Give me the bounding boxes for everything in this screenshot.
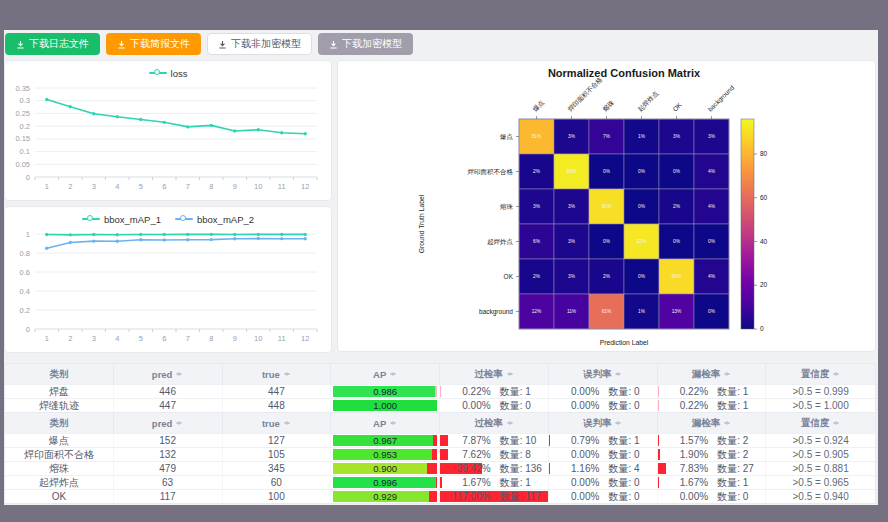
column-header-conf[interactable]: 置信度 — [766, 413, 875, 433]
svg-text:0%: 0% — [708, 239, 716, 244]
over-rate-count: 数量: 8 — [491, 448, 543, 461]
svg-text:5: 5 — [139, 182, 143, 191]
column-header-label: 误判率 — [583, 368, 612, 381]
legend-item-bbox_mAP_2[interactable]: bbox_mAP_2 — [175, 214, 254, 225]
sort-icon[interactable] — [506, 369, 514, 379]
cell-pred: 152 — [114, 434, 223, 447]
miss-rate-value: 1.57% — [663, 435, 708, 446]
cell-confidence: >0.5 = 0.965 — [766, 476, 875, 489]
download-plain-model-button[interactable]: 下载非加密模型 — [207, 33, 312, 55]
legend-label: bbox_mAP_2 — [197, 214, 254, 225]
svg-text:2%: 2% — [673, 204, 681, 209]
ap-bar: 0.967 — [333, 435, 436, 446]
svg-text:0%: 0% — [603, 169, 611, 174]
button-label: 下载日志文件 — [29, 37, 89, 51]
svg-text:3%: 3% — [533, 204, 541, 209]
confidence-value: >0.5 = 0.881 — [793, 463, 849, 474]
cell-class: 焊盘 — [5, 385, 114, 398]
column-header-label: 置信度 — [801, 368, 830, 381]
column-header-mis[interactable]: 误判率 — [549, 364, 658, 384]
sort-icon[interactable] — [175, 418, 183, 428]
sort-icon[interactable] — [832, 418, 840, 428]
download-icon — [16, 40, 25, 49]
confidence-value: >0.5 = 0.999 — [793, 386, 849, 397]
ap-value: 0.929 — [333, 491, 436, 502]
svg-text:92%: 92% — [637, 239, 647, 244]
cell-pred: 117 — [114, 490, 223, 503]
cell-ap: 0.900 — [331, 462, 440, 475]
svg-text:爆点: 爆点 — [531, 98, 545, 112]
svg-text:0.2: 0.2 — [20, 122, 30, 131]
table-row: 起焊炸点63600.9961.67%数量: 10.00%数量: 01.67%数量… — [5, 475, 875, 489]
download-report-button[interactable]: 下载简报文件 — [106, 33, 201, 55]
svg-text:3%: 3% — [568, 204, 576, 209]
column-header-ap[interactable]: AP — [331, 413, 440, 433]
legend-item-loss[interactable]: loss — [149, 68, 188, 79]
column-header-over[interactable]: 过检率 — [440, 364, 549, 384]
svg-text:2: 2 — [68, 334, 72, 343]
svg-text:10: 10 — [254, 334, 262, 343]
column-header-over[interactable]: 过检率 — [440, 413, 549, 433]
sort-icon[interactable] — [614, 369, 622, 379]
map-chart-legend: bbox_mAP_1bbox_mAP_2 — [5, 207, 331, 227]
svg-text:6: 6 — [162, 182, 166, 191]
miss-rate-value: 7.83% — [663, 463, 708, 474]
sort-icon[interactable] — [283, 418, 291, 428]
svg-text:2: 2 — [68, 182, 72, 191]
sort-icon[interactable] — [723, 418, 731, 428]
svg-text:3: 3 — [92, 334, 96, 343]
mis-rate-count: 数量: 0 — [599, 490, 651, 503]
column-header-pred[interactable]: pred — [114, 413, 223, 433]
sort-icon[interactable] — [506, 418, 514, 428]
download-encrypted-model-button[interactable]: 下载加密模型 — [318, 33, 413, 55]
sort-icon[interactable] — [614, 418, 622, 428]
sort-icon[interactable] — [832, 369, 840, 379]
over-rate-value: 7.62% — [445, 449, 490, 460]
sort-icon[interactable] — [723, 369, 731, 379]
column-header-class: 类别 — [5, 413, 114, 433]
svg-text:焊印面积不合格: 焊印面积不合格 — [468, 168, 514, 176]
download-log-button[interactable]: 下载日志文件 — [5, 33, 100, 55]
column-header-label: pred — [152, 369, 173, 380]
legend-item-bbox_mAP_1[interactable]: bbox_mAP_1 — [82, 214, 161, 225]
svg-text:0%: 0% — [638, 169, 646, 174]
table-row: OK1171000.929117.00%数量: 1170.00%数量: 00.0… — [5, 489, 875, 503]
cell-over: 39.42%数量: 136 — [440, 462, 549, 475]
svg-text:4: 4 — [115, 334, 119, 343]
table-row: 焊印面积不合格1321050.9537.62%数量: 80.00%数量: 01.… — [5, 447, 875, 461]
over-rate-value: 39.42% — [445, 463, 490, 474]
legend-label: bbox_mAP_1 — [104, 214, 161, 225]
svg-text:6%: 6% — [533, 239, 541, 244]
button-label: 下载简报文件 — [130, 37, 190, 51]
svg-text:0.25: 0.25 — [15, 109, 30, 118]
mis-rate-value: 0.00% — [554, 449, 599, 460]
sort-icon[interactable] — [283, 369, 291, 379]
column-header-miss[interactable]: 漏检率 — [658, 413, 767, 433]
legend-label: loss — [171, 68, 188, 79]
over-rate-count: 数量: 1 — [491, 385, 543, 398]
column-header-miss[interactable]: 漏检率 — [658, 364, 767, 384]
confidence-value: >0.5 = 0.965 — [793, 477, 849, 488]
download-icon — [117, 40, 126, 49]
column-header-pred[interactable]: pred — [114, 364, 223, 384]
column-header-true[interactable]: true — [223, 413, 332, 433]
sort-icon[interactable] — [175, 369, 183, 379]
svg-text:0%: 0% — [673, 169, 681, 174]
column-header-conf[interactable]: 置信度 — [766, 364, 875, 384]
cell-mis: 0.00%数量: 0 — [549, 476, 658, 489]
sort-icon[interactable] — [389, 369, 397, 379]
cell-ap: 0.967 — [331, 434, 440, 447]
cell-true: 447 — [223, 385, 332, 398]
mis-rate-count: 数量: 0 — [599, 399, 651, 412]
column-header-label: 误判率 — [583, 417, 612, 430]
sort-icon[interactable] — [389, 418, 397, 428]
cell-true: 105 — [223, 448, 332, 461]
svg-text:80: 80 — [760, 150, 768, 157]
column-header-ap[interactable]: AP — [331, 364, 440, 384]
over-rate-value: 1.67% — [445, 477, 490, 488]
column-header-mis[interactable]: 误判率 — [549, 413, 658, 433]
column-header-true[interactable]: true — [223, 364, 332, 384]
cell-over: 117.00%数量: 117 — [440, 490, 549, 503]
over-rate-value: 117.00% — [445, 491, 490, 502]
svg-text:3%: 3% — [708, 134, 716, 139]
